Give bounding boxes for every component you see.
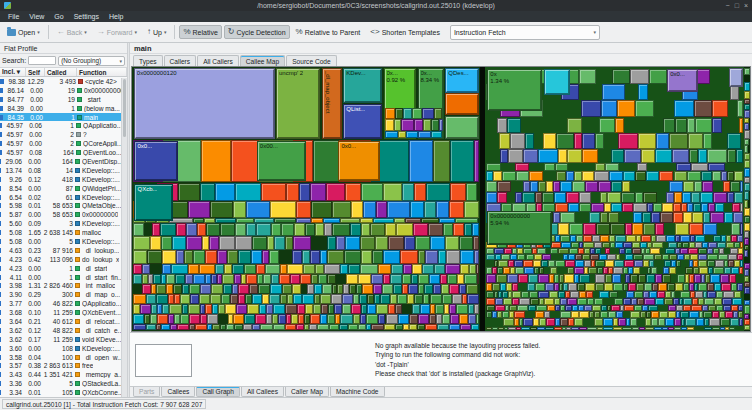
- search-input[interactable]: [28, 56, 56, 65]
- treemap-cell[interactable]: [503, 267, 510, 274]
- treemap-cell[interactable]: [687, 171, 701, 180]
- treemap-cell[interactable]: [449, 284, 459, 294]
- treemap-cell[interactable]: [342, 304, 351, 315]
- treemap-cell[interactable]: [744, 153, 750, 160]
- function-row[interactable]: 84.350.001main: [0, 113, 127, 122]
- treemap-cell[interactable]: [438, 250, 446, 265]
- treemap-cell[interactable]: [224, 264, 232, 274]
- treemap-cell[interactable]: [599, 118, 615, 132]
- treemap-cell[interactable]: [302, 250, 310, 265]
- tab-caller-map[interactable]: Caller Map: [285, 387, 329, 397]
- treemap-cell[interactable]: [294, 223, 306, 237]
- function-row[interactable]: 3.340.01105QXcbConne...: [0, 388, 127, 397]
- treemap-cell[interactable]: [555, 163, 568, 172]
- treemap-cell[interactable]: [307, 284, 314, 294]
- treemap-cell[interactable]: [529, 171, 544, 180]
- treemap-cell[interactable]: [583, 235, 592, 242]
- treemap-cell[interactable]: [166, 274, 174, 283]
- treemap-cell[interactable]: [236, 304, 247, 315]
- treemap-cell[interactable]: [622, 327, 632, 330]
- function-row[interactable]: 3.570.382 863 613free: [0, 362, 127, 371]
- treemap-cell[interactable]: [734, 171, 742, 180]
- treemap-cell[interactable]: [615, 235, 625, 242]
- treemap-cell[interactable]: [744, 269, 749, 276]
- treemap-cell[interactable]: [180, 294, 190, 304]
- treemap-cell[interactable]: [604, 203, 611, 212]
- treemap-cell[interactable]: [674, 171, 687, 180]
- treemap-cell[interactable]: [360, 236, 375, 249]
- treemap-cell[interactable]: [657, 291, 665, 298]
- treemap-cell[interactable]: [397, 294, 406, 304]
- treemap-cell[interactable]: [628, 283, 636, 291]
- treemap-cell[interactable]: [374, 294, 381, 304]
- treemap-cell[interactable]: [744, 91, 750, 99]
- treemap-cell[interactable]: [555, 203, 568, 212]
- treemap-cell[interactable]: [246, 274, 257, 283]
- function-row[interactable]: 3.600.00108KDevelop::...: [0, 344, 127, 353]
- treemap-cell[interactable]: [695, 235, 705, 242]
- treemap-cell[interactable]: [675, 118, 687, 132]
- tab-callers[interactable]: Callers: [164, 55, 197, 66]
- treemap-cell[interactable]: [467, 294, 478, 304]
- treemap-cell[interactable]: [477, 274, 479, 283]
- treemap-cell[interactable]: [634, 291, 644, 298]
- treemap-cell[interactable]: [360, 264, 378, 274]
- treemap-cell[interactable]: [740, 260, 742, 267]
- treemap-cell[interactable]: [567, 149, 581, 163]
- treemap-cell[interactable]: [595, 133, 605, 149]
- treemap-cell[interactable]: [644, 298, 654, 305]
- treemap-cell[interactable]: [411, 274, 418, 283]
- treemap-cell[interactable]: [744, 160, 750, 168]
- tab-callees[interactable]: Callees: [161, 387, 195, 397]
- treemap-cell[interactable]: [271, 223, 281, 237]
- treemap-cell[interactable]: [252, 324, 260, 331]
- treemap-cell[interactable]: [579, 327, 587, 330]
- treemap-cell[interactable]: [449, 304, 456, 315]
- treemap-cell[interactable]: [442, 314, 450, 324]
- treemap-cell[interactable]: [407, 294, 414, 304]
- close-button[interactable]: ×: [744, 2, 748, 9]
- treemap-cell[interactable]: [666, 235, 675, 242]
- treemap-cell[interactable]: [641, 235, 651, 242]
- treemap-cell[interactable]: [646, 274, 655, 283]
- treemap-cell[interactable]: [570, 291, 579, 298]
- treemap-cell[interactable]: [595, 163, 605, 172]
- treemap-cell[interactable]: [515, 267, 525, 274]
- treemap-cell[interactable]: [568, 69, 578, 84]
- treemap-cell[interactable]: [731, 223, 739, 235]
- treemap-cell[interactable]: [286, 183, 300, 201]
- treemap-cell[interactable]: [311, 201, 333, 218]
- treemap-cell[interactable]: [744, 208, 750, 216]
- treemap-cell[interactable]: [566, 171, 574, 180]
- treemap-cell[interactable]: [553, 212, 560, 223]
- treemap-cell[interactable]: [340, 264, 348, 274]
- treemap-cell[interactable]: [162, 250, 176, 265]
- function-row[interactable]: 3.580.04100_dl_open_w...: [0, 353, 127, 362]
- treemap-cell[interactable]: [535, 192, 542, 203]
- treemap-cell[interactable]: [386, 314, 399, 324]
- treemap-cell[interactable]: [744, 130, 750, 139]
- treemap-cell[interactable]: [326, 183, 346, 201]
- treemap-cell[interactable]: [418, 274, 429, 283]
- function-row[interactable]: 3.900.29300_dl_map_o...: [0, 290, 127, 299]
- treemap-cell[interactable]: [553, 181, 560, 192]
- treemap-cell[interactable]: [315, 223, 324, 237]
- treemap-cell[interactable]: [340, 314, 352, 324]
- treemap-cell[interactable]: [186, 223, 197, 237]
- treemap-cell[interactable]: [269, 294, 280, 304]
- treemap-cell[interactable]: [508, 327, 515, 330]
- treemap-cell[interactable]: [471, 324, 478, 331]
- treemap-cell[interactable]: [291, 314, 298, 324]
- treemap-cell[interactable]: [256, 223, 271, 237]
- treemap-cell[interactable]: [637, 298, 645, 305]
- treemap-cell[interactable]: [431, 119, 439, 132]
- treemap-cell[interactable]: [596, 223, 610, 235]
- treemap-cell[interactable]: [443, 223, 453, 237]
- treemap-cell[interactable]: [251, 250, 262, 265]
- treemap-cell[interactable]: [200, 183, 215, 201]
- treemap-cell[interactable]: [320, 250, 328, 265]
- treemap-cell[interactable]: [371, 324, 384, 331]
- treemap-cell[interactable]: [226, 324, 234, 331]
- treemap-cell[interactable]: [744, 200, 748, 208]
- treemap-cell[interactable]: [176, 223, 186, 237]
